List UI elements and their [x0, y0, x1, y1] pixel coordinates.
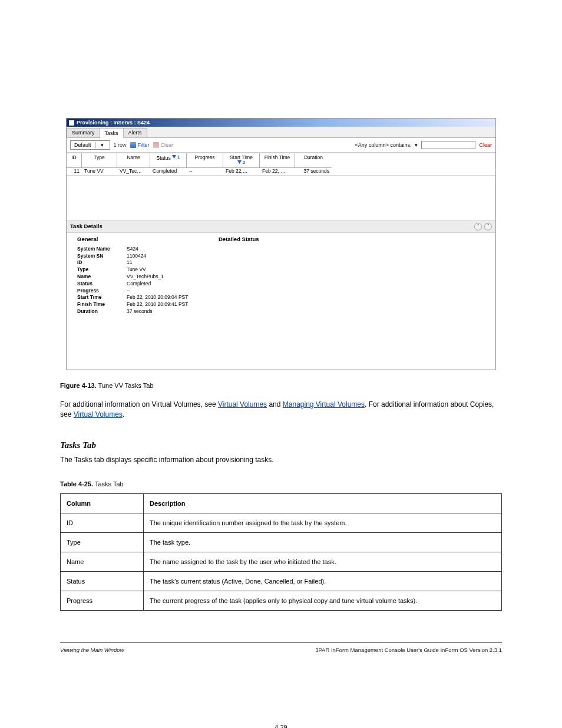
body-paragraph-1: For additional information on Virtual Vo…	[60, 400, 502, 420]
footer-left: Viewing the Main Window	[60, 647, 124, 653]
kv-key: Duration	[77, 309, 122, 315]
cell-start: Feb 22,…	[223, 168, 260, 175]
cell-status: Completed	[150, 168, 187, 175]
cell-finish: Feb 22, …	[260, 168, 295, 175]
col-status[interactable]: Status 1	[150, 153, 187, 169]
row-count: 1 row	[114, 142, 127, 148]
svg-marker-0	[172, 155, 176, 159]
col-finish[interactable]: Finish Time	[260, 153, 295, 169]
table-row[interactable]: 11 Tune VV VV_Tec… Completed -- Feb 22,……	[67, 168, 495, 176]
view-selector[interactable]: Default ▾	[70, 140, 110, 150]
table-row: ProgressThe current progress of the task…	[61, 591, 502, 611]
tasks-tab-table: Column Description IDThe unique identifi…	[60, 493, 502, 611]
cell-type: Tune VV	[82, 168, 117, 175]
col-id[interactable]: ID	[67, 153, 82, 169]
kv-key: Progress	[77, 288, 122, 294]
view-selector-value: Default	[71, 142, 95, 148]
detailed-status-heading: Detailed Status	[219, 236, 259, 243]
task-details-title: Task Details	[70, 223, 103, 230]
tab-summary[interactable]: Summary	[67, 128, 100, 137]
task-details-header: Task Details ˄ ˅	[67, 220, 495, 233]
table-row: TypeThe task type.	[61, 533, 502, 552]
chevron-down-icon[interactable]: ▾	[415, 142, 418, 148]
sort-indicator-status: 1	[172, 155, 180, 160]
link-virtual-volumes-2[interactable]: Virtual Volumes	[74, 410, 123, 419]
kv-value: VV_TechPubs_1	[127, 274, 201, 280]
page-number: 4.29	[9, 724, 553, 728]
link-managing-virtual-volumes[interactable]: Managing Virtual Volumes	[283, 400, 365, 409]
svg-marker-1	[237, 160, 242, 164]
kv-key: System Name	[77, 246, 122, 252]
link-virtual-volumes-1[interactable]: Virtual Volumes	[218, 400, 267, 409]
cell-id: 11	[67, 168, 82, 175]
cell-duration: 37 seconds	[295, 168, 332, 175]
table-header-row: Column Description	[61, 494, 502, 513]
general-column: General System NameS424System SN1100424I…	[77, 236, 201, 366]
sort-indicator-start: 2	[237, 160, 245, 165]
expand-down-icon[interactable]: ˅	[484, 223, 492, 230]
toolbar: Default ▾ 1 row Filter Clear <Any column…	[67, 138, 495, 153]
col-progress[interactable]: Progress	[187, 153, 223, 169]
col-start[interactable]: Start Time 2	[223, 153, 260, 169]
td-description: The task type.	[144, 533, 502, 552]
tasks-grid: ID Type Name Status 1 Progress Start Tim…	[67, 153, 495, 220]
filter-clear-button[interactable]: Clear	[153, 142, 174, 148]
tab-alerts[interactable]: Alerts	[123, 128, 147, 137]
search-input[interactable]	[421, 141, 475, 149]
tab-bar: Summary Tasks Alerts	[67, 127, 495, 137]
filter-button[interactable]: Filter	[130, 142, 150, 148]
tab-tasks[interactable]: Tasks	[100, 129, 124, 137]
td-column: Progress	[61, 591, 144, 611]
kv-key: Type	[77, 267, 122, 273]
body-paragraph-2: The Tasks tab displays specific informat…	[60, 455, 502, 465]
kv-value: 1100424	[127, 253, 201, 259]
cell-name: VV_Tec…	[117, 168, 150, 175]
kv-value: Feb 22, 2010 20:09:04 PST	[127, 295, 201, 301]
kv-key: Finish Time	[77, 302, 122, 308]
grid-empty-space	[67, 176, 495, 220]
kv-value: 37 seconds	[127, 309, 201, 315]
kv-key: System SN	[77, 253, 122, 259]
provisioning-window: Provisioning : InServs : S424 Summary Ta…	[66, 118, 496, 370]
table-row: IDThe unique identification number assig…	[61, 513, 502, 533]
col-type[interactable]: Type	[82, 153, 117, 169]
kv-value: 11	[127, 260, 201, 266]
col-name[interactable]: Name	[117, 153, 150, 169]
kv-key: ID	[77, 260, 122, 266]
search-clear-button[interactable]: Clear	[479, 142, 492, 148]
footer-rule	[60, 643, 502, 643]
task-details-body: General System NameS424System SN1100424I…	[67, 233, 495, 370]
chevron-down-icon: ▾	[95, 142, 110, 148]
kv-key: Status	[77, 281, 122, 287]
general-kv-list: System NameS424System SN1100424ID11TypeT…	[77, 246, 201, 315]
filter-icon	[130, 142, 136, 148]
kv-value: Tune VV	[127, 267, 201, 273]
td-description: The name assigned to the task by the use…	[144, 552, 502, 572]
window-title: Provisioning : InServs : S424	[77, 120, 150, 126]
col-duration[interactable]: Duration	[295, 153, 332, 169]
kv-value: Feb 22, 2010 20:09:41 PST	[127, 302, 201, 308]
collapse-up-icon[interactable]: ˄	[474, 223, 482, 230]
kv-value: S424	[127, 246, 201, 252]
td-column: Status	[61, 572, 144, 591]
td-column: Type	[61, 533, 144, 552]
td-description: The task's current status (Active, Done,…	[144, 572, 502, 591]
general-heading: General	[77, 236, 201, 243]
running-footer: Viewing the Main Window 3PAR InForm Mana…	[60, 647, 502, 653]
window-titlebar: Provisioning : InServs : S424	[67, 118, 495, 127]
td-description: The unique identification number assigne…	[144, 513, 502, 533]
eraser-icon	[153, 142, 159, 148]
kv-value: Completed	[127, 281, 201, 287]
kv-value: --	[127, 288, 201, 294]
search-scope-label: <Any column> contains:	[355, 142, 411, 148]
kv-key: Start Time	[77, 295, 122, 301]
grid-header-row: ID Type Name Status 1 Progress Start Tim…	[67, 153, 495, 169]
table-row: StatusThe task's current status (Active,…	[61, 572, 502, 591]
th-description: Description	[144, 494, 502, 513]
detailed-status-column: Detailed Status	[219, 236, 259, 366]
td-column: Name	[61, 552, 144, 572]
footer-right: 3PAR InForm Management Console User's Gu…	[315, 647, 502, 653]
table-caption: Table 4-25. Tasks Tab	[60, 480, 502, 487]
figure-caption: Figure 4-13. Tune VV Tasks Tab	[60, 382, 553, 389]
td-description: The current progress of the task (applie…	[144, 591, 502, 611]
